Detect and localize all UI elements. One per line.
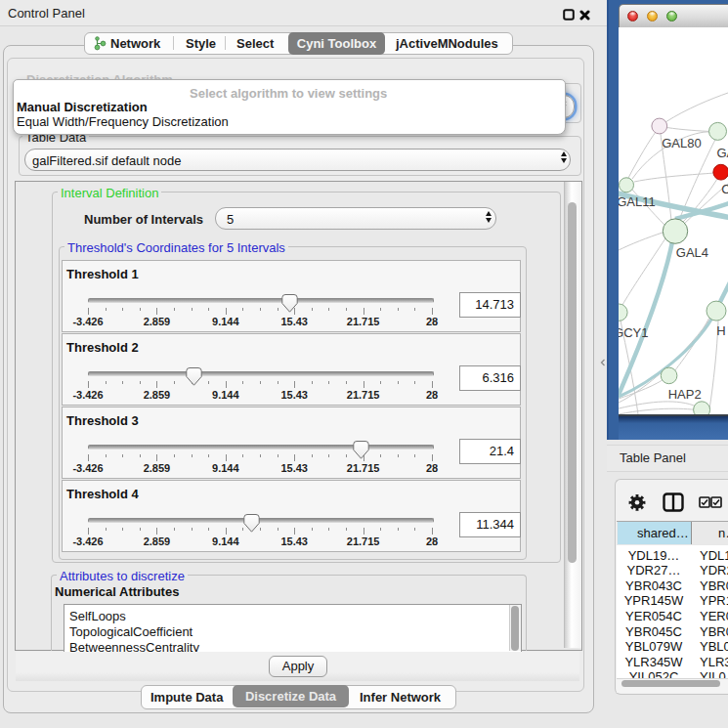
svg-text:GAL11: GAL11 [619, 194, 656, 209]
svg-text:H: H [716, 323, 725, 338]
svg-text:C: C [721, 182, 728, 196]
svg-text:GAL80: GAL80 [662, 136, 701, 150]
svg-text:GCY1: GCY1 [619, 325, 649, 340]
svg-text:HAP2: HAP2 [668, 387, 702, 402]
svg-text:GA: GA [717, 146, 728, 160]
svg-text:GAL4: GAL4 [676, 245, 708, 260]
